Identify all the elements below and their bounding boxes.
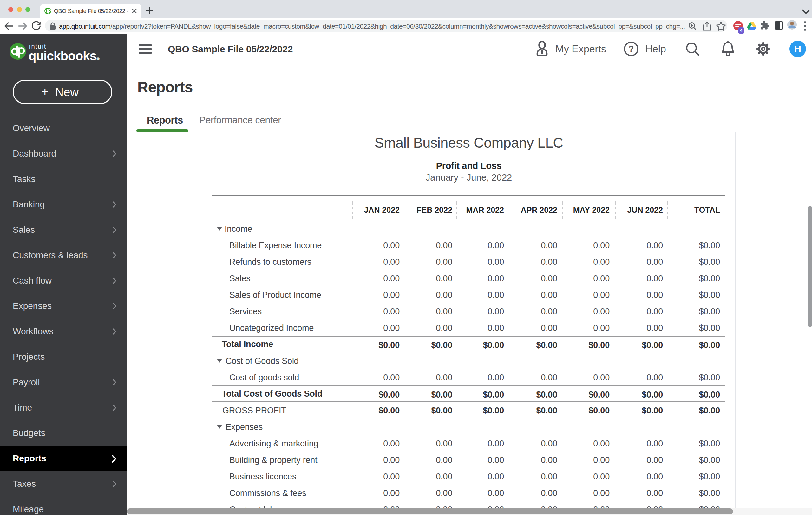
svg-text:?: ? [629, 44, 634, 54]
svg-text:4: 4 [740, 28, 743, 33]
